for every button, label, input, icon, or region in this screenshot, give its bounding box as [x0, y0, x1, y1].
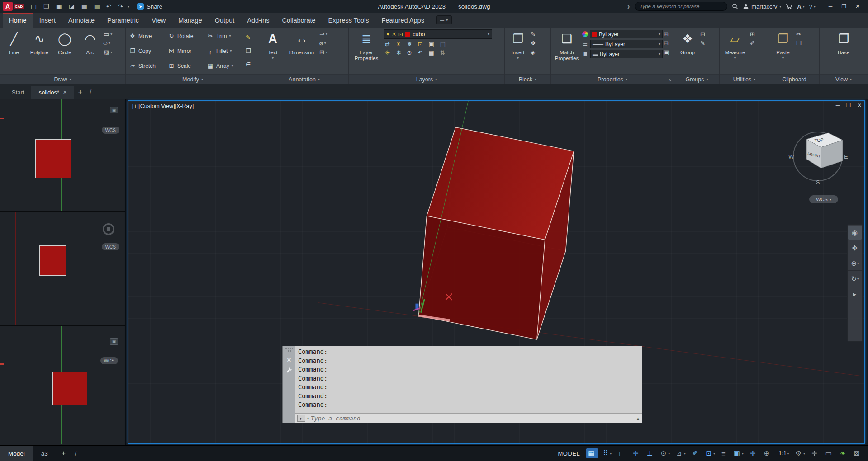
block-attributes[interactable]: ◈ [531, 49, 536, 56]
pan[interactable]: ✥ [848, 241, 862, 255]
tab-start[interactable]: Start [5, 86, 31, 99]
object-color-select[interactable]: ByLayer ▾ [590, 30, 663, 38]
ribbon-tab[interactable]: View [145, 13, 172, 28]
panel-title-view[interactable]: View ▾ [820, 74, 868, 84]
ortho-mode[interactable]: ⊥ [644, 446, 658, 461]
list-props[interactable]: ⊟ [664, 40, 669, 47]
command-input[interactable] [311, 415, 635, 422]
model-space-label[interactable]: MODEL [553, 450, 584, 457]
share-button[interactable]: ➤ Share [137, 3, 162, 10]
ribbon-tab[interactable]: Insert [33, 13, 62, 28]
layer-plot-tool[interactable]: ▤ [440, 41, 446, 47]
compass-west[interactable]: W [788, 153, 794, 160]
osnap-tracking[interactable]: ✐ [689, 446, 703, 461]
viewcube[interactable]: W E S TOP FRONT [784, 119, 852, 187]
viewcube-mini-icon[interactable] [103, 223, 114, 235]
undo-button[interactable]: ↶ [103, 1, 114, 12]
ellipse-tool[interactable]: ○ ▾ [104, 40, 112, 47]
leader[interactable]: ⊸ ▾ [319, 31, 327, 38]
annotation-monitor[interactable]: ✛ [808, 446, 822, 461]
viewport-top-left[interactable]: ▣ WCS [0, 99, 125, 212]
workspace-switching[interactable]: ⚙ ▾ [792, 446, 808, 461]
wcs-indicator[interactable]: WCS [102, 127, 119, 134]
search-icon[interactable] [732, 3, 738, 9]
wrench-icon[interactable] [286, 367, 292, 373]
linetype-select[interactable]: —— ByLayer ▾ [590, 40, 663, 48]
autocad-logo[interactable]: A CAD [0, 2, 28, 11]
dimension-button[interactable]: ↔ Dimension [285, 28, 318, 73]
new-file[interactable]: ▢ [28, 1, 39, 12]
match-properties-button[interactable]: ❏ Match Properties [552, 28, 581, 73]
command-palette-titlebar[interactable]: ✕ [283, 346, 295, 423]
dialog-launcher-icon[interactable]: ↘ [668, 77, 672, 82]
snap-mode[interactable]: ⠿ ▾ [600, 446, 615, 461]
help-button[interactable]: ? ▾ [809, 3, 816, 10]
layer-previous[interactable]: ↶ [417, 49, 422, 56]
Scale[interactable]: ⊞ Scale [166, 58, 205, 73]
multileader[interactable]: ⌀ ▾ [319, 40, 327, 47]
layer-merge[interactable]: ⇅ [440, 49, 445, 56]
panel-title-clipboard[interactable]: Clipboard [769, 74, 819, 84]
ribbon-tab[interactable]: Add-ins [241, 13, 275, 28]
Arc[interactable]: ◠ Arc [77, 28, 103, 73]
redo-button[interactable]: ↷ [114, 1, 126, 12]
new-drawing-button[interactable]: + [74, 86, 86, 99]
layer-match[interactable]: ⊙ [407, 49, 412, 56]
cut[interactable]: ✂ [796, 31, 802, 38]
model-tab[interactable]: Model [0, 446, 33, 461]
batch-plot[interactable]: ▥ [91, 1, 103, 12]
ribbon-tab[interactable]: Featured Apps [375, 13, 431, 28]
ribbon-tab[interactable]: Annotate [62, 13, 101, 28]
workspace-button[interactable]: ▬ ▾ [436, 15, 452, 24]
panel-title-block[interactable]: Block ▾ [505, 74, 550, 84]
viewport-restore-icon[interactable]: ❐ [846, 102, 851, 108]
layer-off[interactable]: ☀ [396, 41, 401, 47]
clean-screen[interactable]: ▭ [822, 446, 837, 461]
scroll-up-icon[interactable]: ▴ [637, 416, 640, 421]
ui-lock[interactable]: ⊠ [850, 446, 864, 461]
cube-solid[interactable] [418, 127, 574, 340]
grid-display[interactable]: ▦ [586, 448, 598, 458]
group-button[interactable]: ❖ Group [676, 28, 699, 73]
edit-polyline[interactable]: ✎ [246, 34, 251, 41]
table[interactable]: ⊞ ▾ [319, 49, 327, 56]
panel-title-modify[interactable]: Modify ▾ [126, 74, 260, 84]
rectangle-tool[interactable]: ▭ ▾ [104, 31, 112, 38]
chevron-down-icon[interactable]: ▾ [307, 416, 309, 420]
panel-title-draw[interactable]: Draw ▾ [0, 74, 125, 84]
qat-customize-caret-icon[interactable]: ▾ [126, 5, 131, 9]
write-block[interactable]: ❖ [531, 40, 536, 47]
layer-walk[interactable]: ▦ [428, 49, 434, 56]
Circle[interactable]: ◯ Circle [52, 28, 77, 73]
Polyline[interactable]: ∿ Polyline [27, 28, 52, 73]
red-square-object[interactable] [39, 245, 66, 276]
panel-title-utilities[interactable]: Utilities ▾ [720, 74, 769, 84]
tab-solidos[interactable]: solidos* ✕ [31, 86, 74, 99]
close-icon[interactable]: ✕ [287, 357, 292, 363]
search-expand-icon[interactable]: ❯ [626, 4, 630, 9]
save[interactable]: ▣ [53, 1, 65, 12]
panel-title-properties[interactable]: Properties ▾ ↘ [551, 74, 674, 84]
viewport-label[interactable]: [+][Custom View][X-Ray] [132, 103, 194, 109]
showmotion[interactable]: ▸ [848, 287, 862, 301]
wcs-dropdown[interactable]: WCS ▾ [809, 195, 838, 203]
maximize-button[interactable]: ❐ [837, 0, 851, 13]
close-button[interactable]: ✕ [851, 0, 864, 13]
viewport-controls-icon[interactable]: ▣ [110, 107, 118, 113]
quick-properties[interactable]: ▣ [664, 49, 669, 56]
layout-tab-a3[interactable]: a3 [33, 446, 56, 461]
annotation-scale[interactable]: 1:1 ▾ [774, 446, 792, 461]
text-button[interactable]: A Text ▾ [261, 28, 284, 73]
measure-button[interactable]: ▱ Measure ▾ [721, 28, 749, 73]
hatch-tool[interactable]: ▨ ▾ [104, 49, 112, 56]
Copy[interactable]: ❐ Copy [127, 43, 166, 58]
ribbon-tab[interactable]: Parametric [101, 13, 145, 28]
viewport-close-icon[interactable]: ✕ [857, 102, 862, 108]
viewport-bottom-left[interactable]: ▣ WCS [0, 326, 125, 444]
paste-button[interactable]: ❐ Paste ▾ [771, 28, 795, 73]
layer-state[interactable]: ⇄ [385, 41, 390, 47]
ribbon-tab[interactable]: Manage [172, 13, 208, 28]
save-as[interactable]: ◪ [66, 1, 77, 12]
Fillet[interactable]: ╭ Fillet ▾ [205, 43, 244, 58]
insert-block-button[interactable]: ❒ Insert ▾ [506, 28, 530, 73]
